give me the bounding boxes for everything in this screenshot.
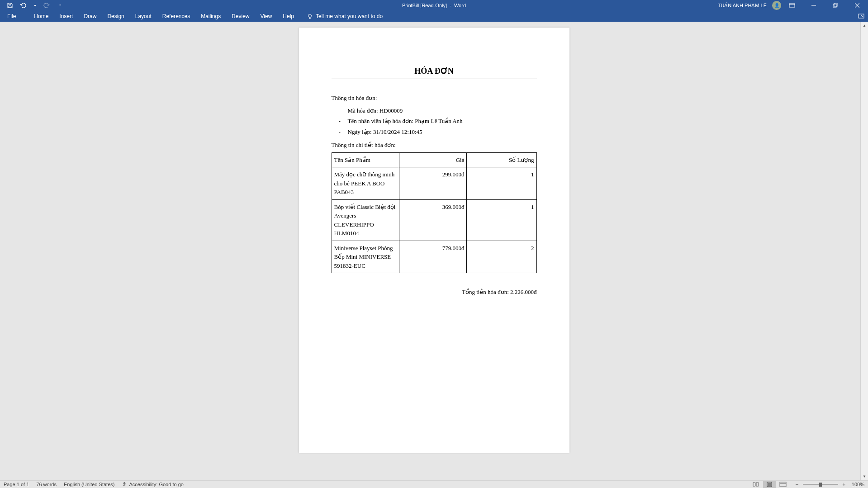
accessibility-indicator[interactable]: Accessibility: Good to go: [122, 482, 183, 487]
title-underline: [332, 79, 537, 79]
cell-qty: 2: [467, 241, 536, 273]
page-indicator[interactable]: Page 1 of 1: [4, 482, 29, 487]
total-line: Tổng tiền hóa đơn: 2.226.000đ: [332, 288, 537, 297]
ribbon-collapse-icon[interactable]: [858, 14, 864, 19]
user-avatar-icon[interactable]: 👤: [772, 1, 781, 10]
customize-qat-icon[interactable]: ⁼: [59, 4, 61, 8]
title-bar-right: TUẤN ANH PHẠM LÊ 👤: [718, 1, 868, 10]
invoice-table: Tên Sản Phẩm Giá Số Lượng Máy đọc chữ th…: [332, 152, 537, 274]
tab-review[interactable]: Review: [226, 11, 255, 22]
svg-point-7: [308, 14, 312, 18]
scroll-up-icon[interactable]: ▲: [861, 22, 868, 29]
svg-rect-10: [859, 14, 864, 18]
svg-rect-0: [789, 4, 795, 7]
document-title: HÓA ĐƠN: [332, 66, 537, 79]
tab-home[interactable]: Home: [28, 11, 54, 22]
header-product-name: Tên Sản Phẩm: [332, 152, 399, 167]
ribbon-display-icon[interactable]: [787, 3, 797, 8]
title-bar: ▼ ⁼ PrintBill [Read-Only] - Word TUẤN AN…: [0, 0, 868, 11]
redo-icon[interactable]: [43, 2, 50, 9]
save-icon[interactable]: [6, 2, 14, 9]
tab-mailings[interactable]: Mailings: [195, 11, 226, 22]
read-mode-icon[interactable]: [749, 481, 762, 488]
tab-help[interactable]: Help: [277, 11, 299, 22]
tell-me-label: Tell me what you want to do: [316, 13, 383, 19]
svg-rect-3: [833, 4, 836, 7]
user-name[interactable]: TUẤN ANH PHẠM LÊ: [718, 3, 767, 9]
document-body: Thông tin hóa đơn: - Mã hóa đơn: HD00009…: [332, 94, 537, 297]
web-layout-icon[interactable]: [777, 481, 789, 488]
table-header-row: Tên Sản Phẩm Giá Số Lượng: [332, 152, 536, 167]
svg-point-11: [124, 483, 125, 484]
accessibility-icon: [122, 482, 127, 487]
tab-draw[interactable]: Draw: [78, 11, 102, 22]
zoom-track[interactable]: [803, 484, 838, 485]
scroll-down-icon[interactable]: ▼: [861, 473, 868, 480]
zoom-thumb[interactable]: [819, 483, 822, 487]
undo-dropdown-icon[interactable]: ▼: [33, 4, 37, 7]
quick-access-toolbar: ▼ ⁼: [0, 2, 61, 9]
tab-file[interactable]: File: [0, 11, 23, 22]
cell-price: 299.000đ: [399, 167, 466, 200]
header-qty: Số Lượng: [467, 152, 536, 167]
ribbon-tabs: File Home Insert Draw Design Layout Refe…: [0, 11, 868, 22]
print-layout-icon[interactable]: [763, 481, 776, 488]
zoom-percent[interactable]: 100%: [852, 482, 864, 487]
info-section-label: Thông tin hóa đơn:: [332, 94, 537, 103]
vertical-scrollbar[interactable]: ▲ ▼: [860, 22, 868, 480]
document-page: HÓA ĐƠN Thông tin hóa đơn: - Mã hóa đơn:…: [299, 28, 569, 453]
cell-qty: 1: [467, 167, 536, 200]
close-icon[interactable]: [852, 3, 863, 8]
info-list: - Mã hóa đơn: HD00009 - Tên nhân viên lậ…: [332, 105, 537, 137]
cell-name: Máy đọc chữ thông minh cho bé PEEK A BOO…: [332, 167, 399, 200]
table-row: Máy đọc chữ thông minh cho bé PEEK A BOO…: [332, 167, 536, 200]
table-row: Miniverse Playset Phòng Bếp Mini MINIVER…: [332, 241, 536, 273]
cell-qty: 1: [467, 199, 536, 241]
svg-rect-16: [780, 482, 786, 487]
tell-me-search[interactable]: Tell me what you want to do: [299, 13, 383, 19]
info-item-billcode: - Mã hóa đơn: HD00009: [339, 105, 537, 116]
table-row: Bóp viết Classic Biệt đội Avengers CLEVE…: [332, 199, 536, 241]
cell-price: 369.000đ: [399, 199, 466, 241]
document-area[interactable]: HÓA ĐƠN Thông tin hóa đơn: - Mã hóa đơn:…: [0, 22, 868, 480]
svg-rect-4: [834, 3, 837, 6]
tab-insert[interactable]: Insert: [54, 11, 78, 22]
zoom-in-icon[interactable]: +: [841, 481, 847, 488]
info-item-staff: - Tên nhân viên lập hóa đơn: Phạm Lê Tuấ…: [339, 116, 537, 127]
lightbulb-icon: [307, 13, 313, 19]
tab-view[interactable]: View: [255, 11, 278, 22]
undo-icon[interactable]: [20, 2, 27, 9]
cell-price: 779.000đ: [399, 241, 466, 273]
status-right: − + 100%: [749, 481, 864, 488]
document-name: PrintBill [Read-Only]: [402, 3, 447, 8]
language-indicator[interactable]: English (United States): [64, 482, 115, 487]
zoom-slider[interactable]: − +: [794, 481, 847, 488]
status-bar: Page 1 of 1 76 words English (United Sta…: [0, 480, 868, 488]
word-count[interactable]: 76 words: [36, 482, 57, 487]
cell-name: Bóp viết Classic Biệt đội Avengers CLEVE…: [332, 199, 399, 241]
cell-name: Miniverse Playset Phòng Bếp Mini MINIVER…: [332, 241, 399, 273]
detail-section-label: Thông tin chi tiết hóa đơn:: [332, 141, 537, 150]
info-item-date: - Ngày lập: 31/10/2024 12:10:45: [339, 127, 537, 137]
tab-references[interactable]: References: [157, 11, 195, 22]
status-left: Page 1 of 1 76 words English (United Sta…: [4, 482, 184, 487]
window-title: PrintBill [Read-Only] - Word: [402, 3, 466, 8]
tab-design[interactable]: Design: [102, 11, 129, 22]
zoom-out-icon[interactable]: −: [794, 481, 800, 488]
header-price: Giá: [399, 152, 466, 167]
app-name: Word: [454, 3, 466, 8]
tab-layout[interactable]: Layout: [130, 11, 157, 22]
maximize-icon[interactable]: [830, 3, 841, 8]
minimize-icon[interactable]: [808, 3, 819, 8]
